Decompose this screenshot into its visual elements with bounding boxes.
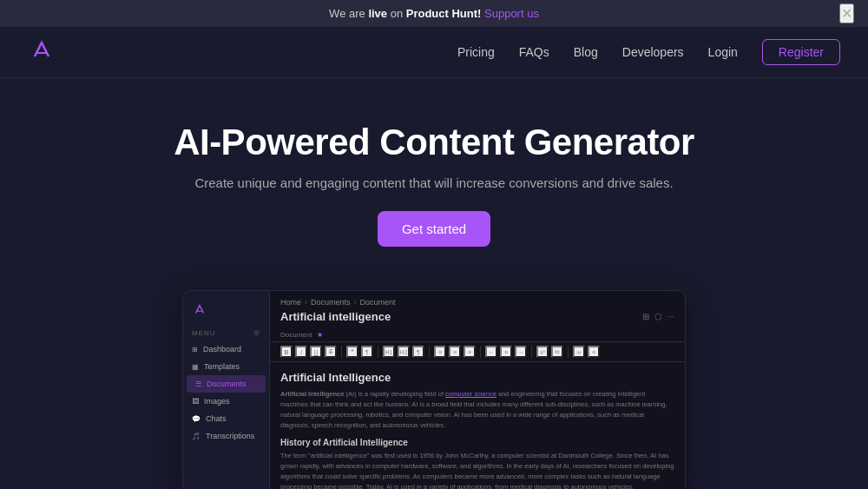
title-actions: ⊞ ⬡ ··· bbox=[642, 312, 674, 321]
preview-main: Home › Documents › Document Artificial i… bbox=[270, 291, 685, 489]
toolbar-sep5 bbox=[531, 346, 532, 358]
banner-cta[interactable]: Support us bbox=[484, 7, 539, 20]
preview-window: MENU ⚙ ⊞ Dashboard ▦ Templates ☰ Documen… bbox=[182, 290, 686, 489]
sidebar-item-images[interactable]: 🖼 Images bbox=[183, 393, 269, 410]
logo[interactable] bbox=[28, 36, 56, 69]
hero-title: AI-Powered Content Generator bbox=[28, 122, 840, 163]
toolbar-sep1 bbox=[341, 346, 342, 358]
breadcrumb-sep1: › bbox=[305, 298, 307, 307]
sidebar-item-transcriptions[interactable]: 🎵 Transcriptions bbox=[183, 427, 269, 445]
toolbar-sep6 bbox=[568, 346, 569, 358]
toolbar-more[interactable]: ≡ bbox=[588, 346, 600, 358]
content-title: Artificial Intelligence bbox=[280, 371, 674, 384]
toolbar-underline[interactable]: U bbox=[310, 346, 322, 358]
action-share-icon[interactable]: ⬡ bbox=[654, 312, 662, 321]
toolbar-sep2 bbox=[378, 346, 378, 358]
app-preview: MENU ⚙ ⊞ Dashboard ▦ Templates ☰ Documen… bbox=[0, 290, 868, 489]
banner-live: live bbox=[368, 7, 387, 20]
doc-tag-bar: Document ★ bbox=[270, 328, 685, 342]
toolbar-align-center[interactable]: ≡ bbox=[500, 346, 512, 358]
toolbar-ul[interactable]: ≡ bbox=[434, 346, 446, 358]
toolbar-code[interactable]: ¶ bbox=[361, 346, 373, 358]
star-icon[interactable]: ★ bbox=[317, 331, 323, 339]
breadcrumb-home[interactable]: Home bbox=[280, 298, 301, 307]
action-more-icon[interactable]: ··· bbox=[667, 312, 674, 321]
banner-close-button[interactable]: ✕ bbox=[839, 3, 854, 23]
sidebar-item-dashboard[interactable]: ⊞ Dashboard bbox=[183, 340, 269, 358]
content-para2: The term "artificial intelligence" was f… bbox=[280, 451, 674, 489]
document-content: Artificial Intelligence Artificial Intel… bbox=[270, 362, 685, 489]
breadcrumb: Home › Documents › Document bbox=[270, 291, 685, 310]
toolbar-sep4 bbox=[480, 346, 481, 358]
document-title: Artificial intelligence bbox=[280, 310, 391, 323]
get-started-button[interactable]: Get started bbox=[378, 211, 490, 247]
dashboard-icon: ⊞ bbox=[192, 346, 198, 354]
toolbar-strike[interactable]: S̶ bbox=[325, 346, 337, 358]
sidebar-item-templates[interactable]: ▦ Templates bbox=[183, 358, 269, 375]
toolbar-sep3 bbox=[429, 346, 430, 358]
nav-blog[interactable]: Blog bbox=[574, 45, 598, 59]
breadcrumb-sep2: › bbox=[354, 298, 357, 307]
banner-platform: Product Hunt! bbox=[406, 7, 482, 20]
sidebar-item-documents[interactable]: ☰ Documents bbox=[187, 375, 266, 393]
toolbar-h2[interactable]: H2 bbox=[398, 346, 410, 358]
doc-label: Document bbox=[280, 331, 312, 339]
toolbar-quote[interactable]: ❝ bbox=[346, 346, 358, 358]
documents-icon: ☰ bbox=[195, 380, 201, 388]
transcriptions-icon: 🎵 bbox=[192, 433, 201, 440]
images-icon: 🖼 bbox=[192, 398, 199, 406]
toolbar-align-left[interactable]: ← bbox=[485, 346, 497, 358]
settings-icon[interactable]: ⚙ bbox=[253, 329, 260, 337]
nav-faqs[interactable]: FAQs bbox=[519, 45, 549, 59]
toolbar-h1[interactable]: H1 bbox=[383, 346, 395, 358]
breadcrumb-document[interactable]: Document bbox=[360, 298, 396, 307]
toolbar-ol[interactable]: ≡ bbox=[449, 346, 461, 358]
sidebar-menu-label: MENU ⚙ bbox=[183, 326, 269, 340]
sidebar-item-chats[interactable]: 💬 Chats bbox=[183, 410, 269, 427]
nav-developers[interactable]: Developers bbox=[622, 45, 684, 59]
content-para1: Artificial Intelligence (AI) is a rapidl… bbox=[280, 389, 674, 431]
preview-sidebar: MENU ⚙ ⊞ Dashboard ▦ Templates ☰ Documen… bbox=[183, 291, 270, 489]
hero-section: AI-Powered Content Generator Create uniq… bbox=[0, 78, 868, 273]
toolbar-link[interactable]: ∞ bbox=[573, 346, 585, 358]
toolbar-indent[interactable]: ≡ bbox=[464, 346, 476, 358]
content-h2: History of Artificial Intelligence bbox=[280, 438, 674, 447]
hero-subtitle: Create unique and engaging content that … bbox=[28, 175, 840, 190]
register-button[interactable]: Register bbox=[762, 39, 840, 65]
banner-text: We are live on Product Hunt! Support us bbox=[329, 7, 539, 20]
templates-icon: ▦ bbox=[192, 363, 199, 371]
breadcrumb-documents[interactable]: Documents bbox=[311, 298, 351, 307]
preview-title-bar: Artificial intelligence ⊞ ⬡ ··· bbox=[270, 310, 685, 328]
nav-pricing[interactable]: Pricing bbox=[457, 45, 495, 59]
navbar: Pricing FAQs Blog Developers Login Regis… bbox=[0, 27, 868, 78]
toolbar-align-right[interactable]: → bbox=[515, 346, 527, 358]
toolbar-superscript[interactable]: x² bbox=[536, 346, 549, 358]
sidebar-logo bbox=[183, 301, 269, 326]
action-grid-icon[interactable]: ⊞ bbox=[642, 312, 649, 321]
toolbar-subscript[interactable]: x₂ bbox=[551, 346, 563, 358]
chats-icon: 💬 bbox=[192, 415, 201, 423]
announcement-banner: We are live on Product Hunt! Support us … bbox=[0, 0, 868, 27]
toolbar-italic[interactable]: I bbox=[295, 346, 307, 358]
content-link-cs[interactable]: computer science bbox=[445, 390, 496, 398]
nav-links: Pricing FAQs Blog Developers Login Regis… bbox=[457, 39, 840, 65]
editor-toolbar: B I U S̶ ❝ ¶ H1 H2 ¶ ≡ ≡ ≡ ← ≡ → x² bbox=[270, 342, 685, 362]
toolbar-bold[interactable]: B bbox=[280, 346, 293, 358]
toolbar-h3[interactable]: ¶ bbox=[412, 346, 424, 358]
login-button[interactable]: Login bbox=[708, 45, 738, 59]
